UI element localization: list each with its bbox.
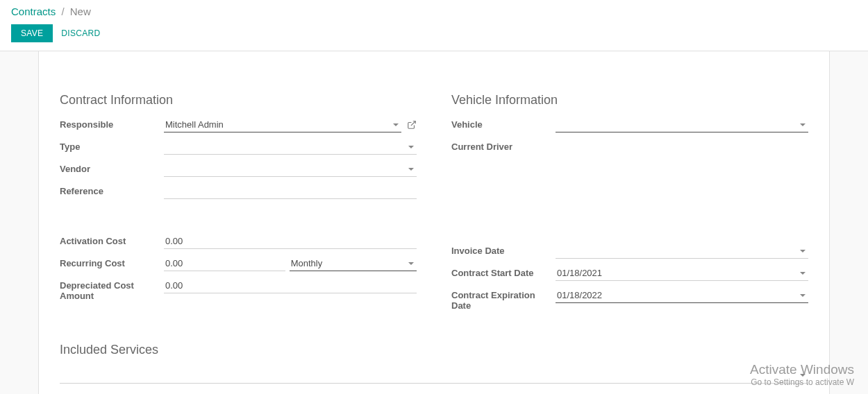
label-vehicle: Vehicle — [451, 117, 556, 130]
field-vehicle: Vehicle — [451, 117, 808, 135]
external-link-icon[interactable] — [407, 120, 417, 130]
breadcrumb-current: New — [70, 6, 91, 17]
left-column: Contract Information Responsible — [60, 93, 417, 315]
field-activation-cost: Activation Cost — [60, 234, 417, 252]
section-title-included-services: Included Services — [60, 343, 808, 357]
input-invoice-date[interactable] — [556, 243, 808, 259]
field-invoice-date: Invoice Date — [451, 243, 808, 262]
field-responsible: Responsible — [60, 117, 417, 135]
input-contract-start-date[interactable] — [556, 266, 808, 281]
input-depreciated-cost[interactable] — [164, 278, 417, 293]
discard-button[interactable]: DISCARD — [61, 28, 100, 38]
field-contract-start-date: Contract Start Date — [451, 266, 808, 284]
input-type[interactable] — [164, 139, 417, 155]
label-responsible: Responsible — [60, 117, 164, 130]
field-vendor: Vendor — [60, 162, 417, 180]
field-type: Type — [60, 139, 417, 157]
input-contract-expiration-date[interactable] — [556, 288, 808, 303]
action-bar: SAVE DISCARD — [11, 24, 857, 42]
field-current-driver: Current Driver — [451, 139, 808, 157]
label-invoice-date: Invoice Date — [451, 243, 556, 256]
breadcrumb-parent[interactable]: Contracts — [11, 6, 56, 17]
label-type: Type — [60, 139, 164, 152]
input-vendor[interactable] — [164, 162, 417, 177]
section-title-contract-info: Contract Information — [60, 93, 417, 108]
field-reference: Reference — [60, 184, 417, 202]
input-recurring-frequency[interactable] — [290, 256, 417, 271]
field-contract-expiration-date: Contract Expiration Date — [451, 288, 808, 311]
top-bar: Contracts / New SAVE DISCARD — [0, 0, 868, 51]
label-activation-cost: Activation Cost — [60, 234, 164, 246]
svg-line-0 — [411, 121, 415, 126]
form-sheet: Contract Information Responsible — [38, 51, 830, 394]
label-recurring-cost: Recurring Cost — [60, 256, 164, 268]
label-contract-start-date: Contract Start Date — [451, 266, 556, 278]
section-title-vehicle-info: Vehicle Information — [451, 93, 808, 108]
page-area: Contract Information Responsible — [0, 51, 868, 394]
input-activation-cost[interactable] — [164, 234, 417, 249]
input-vehicle[interactable] — [556, 117, 808, 132]
save-button[interactable]: SAVE — [11, 24, 53, 42]
input-reference[interactable] — [164, 184, 417, 199]
input-recurring-cost[interactable] — [164, 256, 285, 271]
field-recurring-cost: Recurring Cost — [60, 256, 417, 274]
label-contract-expiration-date: Contract Expiration Date — [451, 288, 556, 311]
breadcrumb-separator: / — [61, 6, 64, 17]
included-services-dropdown[interactable] — [60, 367, 808, 384]
label-reference: Reference — [60, 184, 164, 196]
right-column: Vehicle Information Vehicle Current Driv… — [451, 93, 808, 315]
chevron-down-icon — [800, 374, 806, 377]
breadcrumb: Contracts / New — [11, 6, 857, 17]
input-responsible[interactable] — [164, 117, 401, 132]
label-vendor: Vendor — [60, 162, 164, 174]
label-current-driver: Current Driver — [451, 139, 556, 152]
field-depreciated-cost: Depreciated Cost Amount — [60, 278, 417, 301]
label-depreciated-cost: Depreciated Cost Amount — [60, 278, 164, 301]
